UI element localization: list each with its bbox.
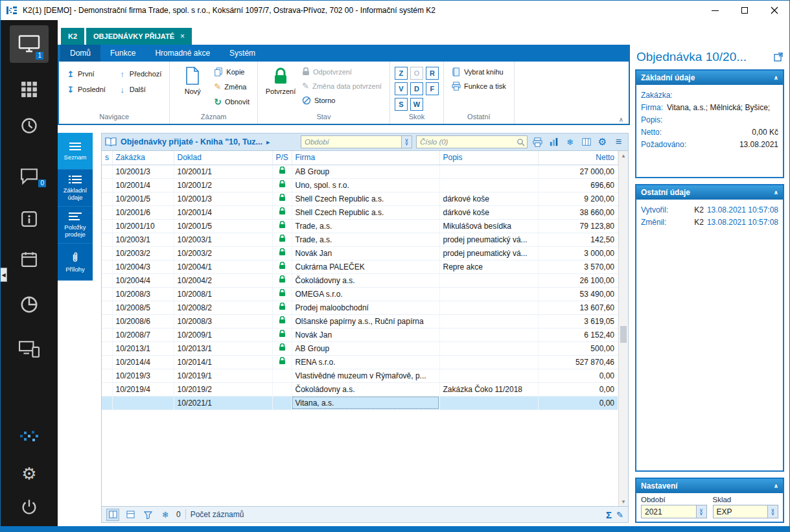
scroll-down-icon[interactable]: ▼ — [621, 497, 626, 506]
table-row[interactable]: 10/2001/3 10/2001/1 AB Group 27 000,00 — [102, 165, 618, 178]
storno-button[interactable]: Storno — [299, 95, 385, 106]
vertical-scrollbar[interactable]: ▲ ▼ — [618, 151, 628, 506]
table-row[interactable]: 10/2003/2 10/2003/2 Novák Jan prodej pne… — [102, 246, 618, 260]
power-button[interactable] — [1, 498, 58, 517]
ribbon-tab-system[interactable]: Systém — [220, 45, 265, 62]
chevron-down-icon[interactable] — [401, 136, 412, 148]
record-count-button[interactable]: Počet záznamů — [191, 510, 244, 519]
functions-print-button[interactable]: Funkce a tisk — [448, 80, 509, 92]
minimize-button[interactable] — [700, 1, 730, 20]
jump-key-s[interactable]: S — [395, 98, 408, 111]
table-row[interactable]: 10/2008/3 10/2008/1 OMEGA s.r.o. 53 490,… — [102, 287, 618, 301]
chevron-down-icon[interactable] — [696, 505, 706, 518]
col-header-netto[interactable]: Netto — [538, 151, 618, 165]
section-header-nastaveni[interactable]: Nastavení ∧ — [636, 479, 783, 493]
columns-button[interactable] — [580, 136, 592, 148]
col-header-firma[interactable]: Firma — [292, 151, 439, 165]
last-button[interactable]: ↧Poslední — [64, 82, 109, 97]
tab-k2-home[interactable]: K2 — [61, 28, 84, 45]
ribbon-collapse-icon[interactable]: ∧ — [619, 116, 623, 123]
new-record-button[interactable]: Nový — [174, 64, 211, 113]
table-row[interactable]: 10/2008/6 10/2008/3 Olšanské papírny a.s… — [102, 314, 618, 328]
period-setting-combo[interactable]: 2021 — [641, 505, 707, 518]
section-header-zakladni[interactable]: Základní údaje ∧ — [636, 71, 783, 85]
column-view-toggle[interactable] — [106, 509, 119, 521]
tab-close-icon[interactable]: × — [180, 32, 185, 41]
jump-key-f[interactable]: F — [426, 82, 439, 95]
collapse-chevron-icon[interactable]: ∧ — [774, 189, 778, 196]
print-button[interactable] — [531, 136, 544, 148]
view-tab-prilohy[interactable]: Přílohy — [58, 244, 93, 281]
confirm-button[interactable]: Potvrzení — [262, 64, 299, 113]
desktop-module-button[interactable]: 1 — [10, 25, 49, 63]
table-row[interactable]: 10/2008/7 10/2009/1 Novák Jan 6 152,40 — [102, 328, 618, 341]
table-row[interactable]: 10/2004/4 10/2004/2 Čokoládovny a.s. 26 … — [102, 273, 618, 287]
filter-button[interactable] — [141, 509, 154, 521]
edit-button[interactable]: ✎Změna — [211, 80, 253, 93]
chart-button[interactable] — [548, 136, 560, 148]
edit-cell-icon[interactable]: ✎ — [616, 510, 623, 520]
col-header-doklad[interactable]: Doklad — [174, 151, 272, 165]
grid-settings-button[interactable]: ⚙ — [596, 136, 609, 148]
modules-button[interactable] — [1, 80, 58, 99]
close-button[interactable] — [760, 1, 789, 20]
collapse-chevron-icon[interactable]: ∧ — [774, 75, 778, 81]
table-row[interactable]: 10/2004/3 10/2004/1 Cukrárna PALEČEK Rep… — [102, 260, 618, 273]
chevron-down-icon[interactable] — [767, 505, 778, 518]
col-header-ps[interactable]: P/S — [272, 151, 292, 165]
next-button[interactable]: ↓Další — [115, 82, 165, 97]
card-view-toggle[interactable] — [124, 509, 137, 521]
group-button[interactable]: ❄ — [159, 509, 172, 521]
view-tab-seznam[interactable]: Seznam — [58, 133, 93, 170]
calendar-button[interactable] — [1, 249, 58, 269]
view-tab-polozky-prodeje[interactable]: Položky prodeje — [58, 207, 93, 244]
table-row[interactable]: 10/2001/6 10/2001/4 Shell Czech Republic… — [102, 205, 618, 219]
grid-menu-button[interactable]: ≡ — [612, 136, 625, 148]
web-export-button[interactable]: ❄ — [564, 136, 576, 148]
col-header-zakazka[interactable]: Zakázka — [112, 151, 174, 165]
section-header-ostatni[interactable]: Ostatní údaje ∧ — [636, 185, 783, 200]
ribbon-tab-hromadne-akce[interactable]: Hromadné akce — [145, 45, 220, 62]
previous-button[interactable]: ↑Předchozí — [115, 66, 165, 82]
change-confirm-date-button[interactable]: ✎Změna data potvrzení — [299, 80, 385, 92]
select-book-button[interactable]: Vybrat knihu — [448, 66, 509, 78]
col-header-s[interactable]: s — [102, 151, 112, 165]
unconfirm-button[interactable]: Odpotvrzení — [299, 66, 385, 77]
table-row[interactable]: 10/2008/5 10/2008/2 Prodej maloobchodní … — [102, 301, 618, 314]
jump-key-z[interactable]: Z — [395, 67, 408, 80]
period-filter-combo[interactable]: Období — [301, 135, 412, 148]
open-in-window-icon[interactable] — [774, 52, 783, 62]
jump-key-w[interactable]: W — [410, 98, 423, 111]
ribbon-tab-funkce[interactable]: Funkce — [100, 45, 145, 62]
table-row[interactable]: 10/2013/1 10/2013/1 AB Group 500,00 — [102, 341, 618, 355]
scroll-up-icon[interactable]: ▲ — [621, 151, 626, 160]
table-row[interactable]: 10/2019/4 10/2019/2 Čokoládovny a.s. Zak… — [102, 382, 618, 396]
warehouse-setting-combo[interactable]: EXP — [713, 505, 779, 518]
jump-key-v[interactable]: V — [395, 82, 408, 95]
collapse-chevron-icon[interactable]: ∧ — [774, 483, 778, 489]
info-button[interactable] — [1, 209, 58, 229]
view-tab-zakladni-udaje[interactable]: Základní údaje — [58, 170, 93, 207]
jump-key-r[interactable]: R — [426, 67, 439, 80]
table-row[interactable]: 10/2003/1 10/2003/1 Trade, a.s. prodej p… — [102, 233, 618, 246]
messages-button[interactable]: 0 — [1, 167, 58, 186]
number-search-field[interactable]: Číslo (0) — [416, 135, 528, 148]
book-selector-arrow-icon[interactable]: ▸ — [266, 138, 270, 146]
ribbon-tab-domu[interactable]: Domů — [60, 45, 100, 62]
table-row[interactable]: 10/2001/4 10/2001/2 Uno, spol. s r.o. 69… — [102, 178, 618, 192]
sum-icon[interactable]: Σ — [606, 509, 612, 520]
panel-collapse-handle[interactable]: ◀ — [1, 268, 7, 282]
jump-key-o[interactable]: O — [410, 67, 423, 80]
table-row[interactable]: 10/2001/5 10/2001/3 Shell Czech Republic… — [102, 192, 618, 205]
first-button[interactable]: ↥První — [64, 66, 109, 82]
reports-button[interactable] — [1, 295, 58, 314]
table-row[interactable]: 10/2001/10 10/2001/5 Trade, a.s. Mikuláš… — [102, 219, 618, 233]
copy-button[interactable]: Kopie — [211, 66, 253, 78]
jump-key-d[interactable]: D — [410, 82, 423, 95]
settings-button[interactable]: ⚙ — [1, 464, 58, 483]
table-row[interactable]: 10/2021/1 Vitana, a.s. 0,00 — [102, 396, 618, 410]
maximize-button[interactable] — [730, 1, 760, 20]
col-header-popis[interactable]: Popis — [439, 151, 538, 165]
scrollbar-thumb[interactable] — [620, 326, 627, 343]
devices-button[interactable] — [1, 339, 58, 358]
